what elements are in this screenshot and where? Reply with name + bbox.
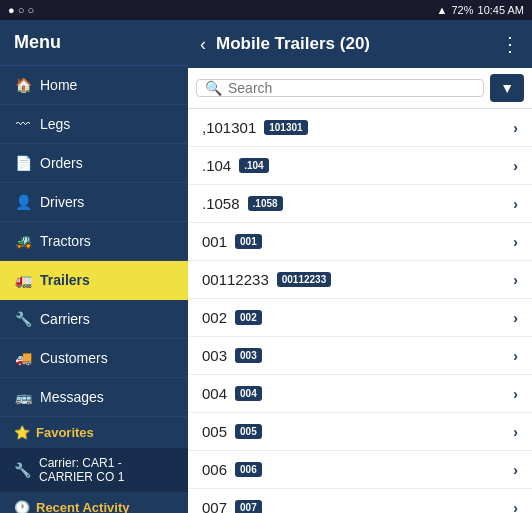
list-item[interactable]: .104 .104 › <box>188 147 532 185</box>
recent-activity-clock-icon: 🕐 <box>14 500 30 513</box>
content-header-left: ‹ Mobile Trailers (20) <box>200 34 370 55</box>
list-item[interactable]: 006 006 › <box>188 451 532 489</box>
item-name: .104 <box>202 157 231 174</box>
sidebar-item-orders[interactable]: 📄 Orders <box>0 144 188 183</box>
sidebar-item-messages[interactable]: 🚌 Messages <box>0 378 188 417</box>
home-icon: 🏠 <box>14 77 32 93</box>
search-icon: 🔍 <box>205 80 222 96</box>
list-item[interactable]: 00112233 00112233 › <box>188 261 532 299</box>
item-name: 007 <box>202 499 227 513</box>
search-container: 🔍 <box>196 79 484 97</box>
messages-icon: 🚌 <box>14 389 32 405</box>
item-name: ,101301 <box>202 119 256 136</box>
drivers-icon: 👤 <box>14 194 32 210</box>
list-item[interactable]: 005 005 › <box>188 413 532 451</box>
list-item[interactable]: 002 002 › <box>188 299 532 337</box>
chevron-right-icon: › <box>513 234 518 250</box>
item-badge: .1058 <box>248 196 283 211</box>
item-badge: 007 <box>235 500 262 513</box>
time-display: 10:45 AM <box>478 4 524 16</box>
sidebar-item-carriers[interactable]: 🔧 Carriers <box>0 300 188 339</box>
trailers-icon: 🚛 <box>14 272 32 288</box>
search-row: 🔍 ▼ <box>188 68 532 109</box>
list-item[interactable]: 003 003 › <box>188 337 532 375</box>
sidebar-item-tractors[interactable]: 🚜 Tractors <box>0 222 188 261</box>
favorites-section-header: ⭐ Favorites <box>0 417 188 448</box>
list-item[interactable]: 001 001 › <box>188 223 532 261</box>
tractors-icon: 🚜 <box>14 233 32 249</box>
sidebar-item-label: Carriers <box>40 311 90 327</box>
list-item[interactable]: 007 007 › <box>188 489 532 513</box>
sidebar-item-customers[interactable]: 🚚 Customers <box>0 339 188 378</box>
signal-icon: ▲ <box>437 4 448 16</box>
sidebar-item-label: Customers <box>40 350 108 366</box>
recent-activity-label: Recent Activity <box>36 500 129 513</box>
chevron-right-icon: › <box>513 158 518 174</box>
list-item[interactable]: 004 004 › <box>188 375 532 413</box>
battery-text: 72% <box>451 4 473 16</box>
list-item[interactable]: .1058 .1058 › <box>188 185 532 223</box>
sidebar-item-label: Trailers <box>40 272 90 288</box>
item-badge: .104 <box>239 158 268 173</box>
chevron-right-icon: › <box>513 196 518 212</box>
carriers-icon: 🔧 <box>14 311 32 327</box>
status-left: ● ○ ○ <box>8 4 34 16</box>
sidebar-item-drivers[interactable]: 👤 Drivers <box>0 183 188 222</box>
sidebar-item-label: Drivers <box>40 194 84 210</box>
sidebar-header: Menu <box>0 20 188 66</box>
item-name: 006 <box>202 461 227 478</box>
status-icons: ▲ 72% 10:45 AM <box>437 4 524 16</box>
favorites-label: Favorites <box>36 425 94 440</box>
item-badge: 003 <box>235 348 262 363</box>
back-button[interactable]: ‹ <box>200 34 206 55</box>
chevron-right-icon: › <box>513 310 518 326</box>
sidebar-sub-item-carrier[interactable]: 🔧 Carrier: CAR1 - CARRIER CO 1 <box>0 448 188 492</box>
item-badge: 00112233 <box>277 272 332 287</box>
content-title: Mobile Trailers (20) <box>216 34 370 54</box>
more-options-button[interactable]: ⋮ <box>500 32 520 56</box>
sidebar-item-label: Home <box>40 77 77 93</box>
search-input[interactable] <box>228 80 475 96</box>
item-badge: 001 <box>235 234 262 249</box>
search-dropdown-button[interactable]: ▼ <box>490 74 524 102</box>
sidebar-item-label: Legs <box>40 116 70 132</box>
chevron-right-icon: › <box>513 120 518 136</box>
sidebar-item-label: Tractors <box>40 233 91 249</box>
recent-activity-section-header: 🕐 Recent Activity <box>0 492 188 513</box>
sidebar: Menu 🏠 Home 〰 Legs 📄 Orders 👤 Drivers 🚜 … <box>0 20 188 513</box>
sidebar-item-trailers[interactable]: 🚛 Trailers <box>0 261 188 300</box>
main-container: Menu 🏠 Home 〰 Legs 📄 Orders 👤 Drivers 🚜 … <box>0 20 532 513</box>
chevron-right-icon: › <box>513 424 518 440</box>
chevron-right-icon: › <box>513 462 518 478</box>
sidebar-item-legs[interactable]: 〰 Legs <box>0 105 188 144</box>
chevron-right-icon: › <box>513 348 518 364</box>
carrier-sub-icon: 🔧 <box>14 462 31 478</box>
chevron-right-icon: › <box>513 272 518 288</box>
sidebar-item-home[interactable]: 🏠 Home <box>0 66 188 105</box>
customers-icon: 🚚 <box>14 350 32 366</box>
legs-icon: 〰 <box>14 116 32 132</box>
item-badge: 006 <box>235 462 262 477</box>
item-name: 00112233 <box>202 271 269 288</box>
chevron-right-icon: › <box>513 500 518 514</box>
list-item[interactable]: ,101301 101301 › <box>188 109 532 147</box>
item-name: 001 <box>202 233 227 250</box>
favorites-star-icon: ⭐ <box>14 425 30 440</box>
sidebar-item-label: Messages <box>40 389 104 405</box>
item-name: 005 <box>202 423 227 440</box>
orders-icon: 📄 <box>14 155 32 171</box>
item-name: 003 <box>202 347 227 364</box>
item-badge: 005 <box>235 424 262 439</box>
item-badge: 004 <box>235 386 262 401</box>
content-header: ‹ Mobile Trailers (20) ⋮ <box>188 20 532 68</box>
item-name: .1058 <box>202 195 240 212</box>
chevron-right-icon: › <box>513 386 518 402</box>
list-area: ,101301 101301 › .104 .104 › .1058 .1058… <box>188 109 532 513</box>
status-bar: ● ○ ○ ▲ 72% 10:45 AM <box>0 0 532 20</box>
item-name: 002 <box>202 309 227 326</box>
item-badge: 002 <box>235 310 262 325</box>
content-area: ‹ Mobile Trailers (20) ⋮ 🔍 ▼ ,101301 101… <box>188 20 532 513</box>
sidebar-item-label: Orders <box>40 155 83 171</box>
carrier-sub-label: Carrier: CAR1 - CARRIER CO 1 <box>39 456 174 484</box>
item-badge: 101301 <box>264 120 307 135</box>
